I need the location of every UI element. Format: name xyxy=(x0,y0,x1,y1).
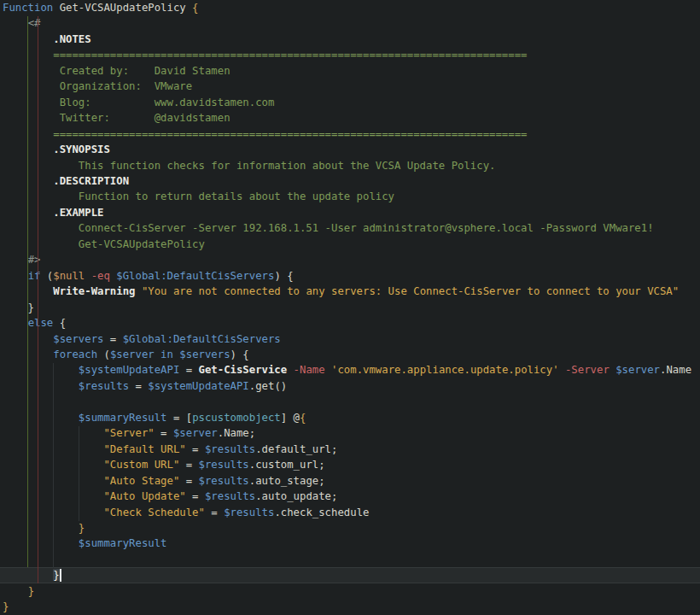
code-line-1[interactable]: Function Get-VCSAUpdatePolicy { xyxy=(0,0,700,15)
token-cmd: Get-CisService xyxy=(199,364,288,376)
code-line-23[interactable]: foreach ($server in $servers) { xyxy=(0,347,700,362)
token-plain xyxy=(3,238,79,250)
code-line-3[interactable]: .NOTES xyxy=(0,32,700,47)
code-line-7[interactable]: Blog: www.davidstamen.com xyxy=(0,95,700,110)
token-plain: ) { xyxy=(274,270,293,282)
token-var: $server xyxy=(615,364,660,376)
code-line-19[interactable]: Write-Warning "You are not connected to … xyxy=(0,284,700,299)
code-line-27[interactable]: $summaryResult = [pscustomobject] @{ xyxy=(0,410,700,425)
token-plain: } xyxy=(3,302,34,313)
token-const: $null xyxy=(53,270,85,282)
code-line-33[interactable]: "Check Schedule" = $results.check_schedu… xyxy=(0,505,700,520)
code-line-24[interactable]: $systemUpdateAPI = Get-CisService -Name … xyxy=(0,362,700,378)
code-line-12[interactable]: .DESCRIPTION xyxy=(0,173,700,189)
token-var: $server xyxy=(110,348,155,360)
token-plain xyxy=(3,65,60,77)
code-line-34[interactable]: } xyxy=(0,520,700,536)
token-var: $systemUpdateAPI xyxy=(79,364,179,376)
token-type: pscustomobject xyxy=(192,412,281,424)
code-line-26[interactable] xyxy=(0,394,700,409)
token-plain xyxy=(559,364,565,376)
code-line-4[interactable]: ========================================… xyxy=(0,47,700,62)
code-line-9[interactable]: ========================================… xyxy=(0,126,700,142)
token-cdelim: <# xyxy=(28,17,41,29)
token-str: "Check Schedule" xyxy=(103,507,204,518)
token-gold: { xyxy=(300,412,306,424)
token-plain xyxy=(3,380,79,392)
indent-guide-green xyxy=(27,16,28,567)
token-com: ========================================… xyxy=(53,49,527,61)
token-gold: } xyxy=(3,600,9,612)
token-plain xyxy=(85,270,90,282)
code-line-30[interactable]: "Custom URL" = $results.custom_url; xyxy=(0,457,700,472)
token-plain xyxy=(325,364,331,376)
token-plain: .get() xyxy=(249,380,287,392)
token-plain xyxy=(287,364,293,376)
code-line-11[interactable]: This function checks for information abo… xyxy=(0,158,700,173)
token-var: $Global:DefaultCisServers xyxy=(116,270,274,282)
code-line-6[interactable]: Organization: VMware xyxy=(0,79,700,94)
token-plain: = xyxy=(179,459,198,471)
token-plain: ] @ xyxy=(281,412,300,424)
token-plain xyxy=(3,317,28,329)
code-line-21[interactable]: else { xyxy=(0,315,700,331)
token-var: $systemUpdateAPI xyxy=(148,380,248,392)
token-gold: } xyxy=(79,522,85,534)
code-line-14[interactable]: .EXAMPLE xyxy=(0,205,700,220)
token-plain xyxy=(3,569,53,581)
code-line-16[interactable]: Get-VCSAUpdatePolicy xyxy=(0,237,700,252)
token-plain: = xyxy=(179,475,198,487)
token-var: $server xyxy=(173,427,218,439)
token-var: $results xyxy=(205,443,255,455)
code-line-28[interactable]: "Server" = $server.Name; xyxy=(0,425,700,441)
token-var: $servers xyxy=(179,348,230,360)
token-str: "Server" xyxy=(103,427,154,439)
token-var: $results xyxy=(224,507,274,518)
indent-guide-red xyxy=(38,16,38,583)
token-plain: ( xyxy=(40,270,53,282)
code-line-18[interactable]: if ($null -eq $Global:DefaultCisServers)… xyxy=(0,268,700,284)
code-line-5[interactable]: Created by: David Stamen xyxy=(0,63,700,79)
code-area[interactable]: Function Get-VCSAUpdatePolicy { <# .NOTE… xyxy=(0,0,700,615)
code-line-25[interactable]: $results = $systemUpdateAPI.get() xyxy=(0,378,700,394)
token-plain: { xyxy=(53,317,66,329)
token-plain: .Name; xyxy=(218,427,255,439)
token-kw: else xyxy=(28,317,54,329)
code-line-37[interactable]: } xyxy=(0,567,700,583)
token-str: "Auto Stage" xyxy=(103,475,179,487)
code-line-8[interactable]: Twitter: @davidstamen xyxy=(0,110,700,126)
code-line-31[interactable]: "Auto Stage" = $results.auto_stage; xyxy=(0,473,700,489)
token-plain: = [ xyxy=(167,412,193,424)
code-editor[interactable]: Function Get-VCSAUpdatePolicy { <# .NOTE… xyxy=(0,0,700,615)
token-plain: = xyxy=(186,443,205,455)
code-line-13[interactable]: Function to return details about the upd… xyxy=(0,189,700,204)
code-line-10[interactable]: .SYNOPSIS xyxy=(0,142,700,157)
code-line-35[interactable]: $summaryResult xyxy=(0,536,700,551)
code-line-15[interactable]: Connect-CisServer -Server 192.168.1.51 -… xyxy=(0,220,700,236)
token-var: $results xyxy=(199,475,249,487)
token-plain xyxy=(3,160,79,172)
token-plain: Get-VCSAUpdatePolicy xyxy=(53,2,192,14)
token-str: "You are not connected to any servers: U… xyxy=(142,285,679,297)
code-line-17[interactable]: #> xyxy=(0,252,700,267)
code-line-36[interactable] xyxy=(0,552,700,567)
code-line-32[interactable]: "Auto Update" = $results.auto_update; xyxy=(0,489,700,504)
code-line-22[interactable]: $servers = $Global:DefaultCisServers xyxy=(0,331,700,347)
token-plain xyxy=(3,97,60,108)
token-op: -Server xyxy=(565,364,610,376)
code-line-39[interactable]: } xyxy=(0,599,700,614)
token-plain xyxy=(3,80,60,92)
token-var: $summaryResult xyxy=(79,412,167,424)
token-plain xyxy=(155,348,160,360)
code-line-2[interactable]: <# xyxy=(0,15,700,31)
token-plain: = xyxy=(103,333,122,345)
code-line-29[interactable]: "Default URL" = $results.default_url; xyxy=(0,442,700,457)
token-dockw: .NOTES xyxy=(53,33,90,45)
token-plain: .default_url; xyxy=(255,443,337,455)
token-plain xyxy=(3,112,60,124)
code-line-38[interactable]: } xyxy=(0,583,700,599)
token-plain xyxy=(135,285,141,297)
token-plain: = xyxy=(155,427,173,439)
code-line-20[interactable]: } xyxy=(0,300,700,315)
token-gold: } xyxy=(28,585,34,597)
